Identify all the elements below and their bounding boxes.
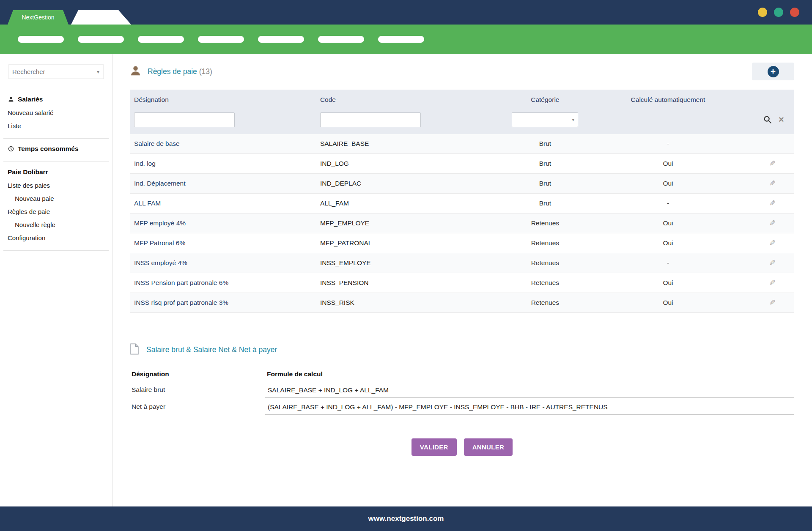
rule-designation-link[interactable]: INSS Pension part patronale 6% xyxy=(130,279,316,287)
search-icon[interactable] xyxy=(763,115,772,124)
rule-auto-calc: - xyxy=(588,200,748,207)
table-row: Ind. logIND_LOGBrutOui✎ xyxy=(130,154,794,174)
rule-designation-link[interactable]: MFP employé 4% xyxy=(130,219,316,227)
designation-filter-input[interactable] xyxy=(134,112,235,127)
secondary-tab[interactable] xyxy=(71,10,131,25)
rule-actions-cell: ✎ xyxy=(748,219,794,228)
menu-pill[interactable] xyxy=(258,36,304,43)
menu-pill[interactable] xyxy=(198,36,244,43)
maximize-button[interactable] xyxy=(774,8,783,17)
menu-pill[interactable] xyxy=(318,36,364,43)
table-row: Salaire de baseSALAIRE_BASEBrut- xyxy=(130,134,794,154)
column-header-designation: Désignation xyxy=(130,96,316,104)
page-title: Règles de paie (13) xyxy=(148,67,212,76)
rule-auto-calc: Oui xyxy=(588,299,748,307)
rules-header: Règles de paie (13) + xyxy=(130,63,794,80)
rule-designation-link[interactable]: Ind. log xyxy=(130,160,316,167)
rule-code: INSS_EMPLOYE xyxy=(316,259,502,267)
column-header-code: Code xyxy=(316,96,502,104)
rule-categorie: Retenues xyxy=(502,219,588,227)
sidebar-item-nouveau-salarie[interactable]: Nouveau salarié xyxy=(3,106,109,119)
close-button[interactable] xyxy=(790,8,799,17)
sidebar-item-temps-consommes[interactable]: Temps consommés xyxy=(3,142,109,156)
formulas-header: Salaire brut & Salaire Net & Net à payer xyxy=(130,343,794,356)
rule-auto-calc: Oui xyxy=(588,160,748,167)
document-icon xyxy=(130,343,139,356)
table-row: Ind. DéplacementIND_DEPLACBrutOui✎ xyxy=(130,174,794,194)
brand-label: NextGestion xyxy=(22,14,54,21)
menu-pill[interactable] xyxy=(78,36,124,43)
valider-button[interactable]: VALIDER xyxy=(411,438,457,456)
sidebar-group-paie-dolibarr: Paie DolibarrListe des paiesNouveau paie… xyxy=(3,162,109,251)
rule-auto-calc: Oui xyxy=(588,219,748,227)
sidebar-header-label: Salariés xyxy=(18,96,43,103)
sidebar-item-salaries[interactable]: Salariés xyxy=(3,93,109,106)
sidebar-item-liste[interactable]: Liste xyxy=(3,119,109,132)
formulas-title: Salaire brut & Salaire Net & Net à payer xyxy=(146,345,277,354)
rule-actions-cell: ✎ xyxy=(748,179,794,188)
edit-icon[interactable]: ✎ xyxy=(769,278,776,287)
rule-code: INSS_RISK xyxy=(316,299,502,307)
edit-icon[interactable]: ✎ xyxy=(769,258,776,268)
edit-icon[interactable]: ✎ xyxy=(769,179,776,188)
rule-categorie: Brut xyxy=(502,200,588,207)
rule-designation-link[interactable]: INSS risq prof part patronale 3% xyxy=(130,299,316,307)
rule-actions-cell: ✎ xyxy=(748,258,794,268)
clear-filter-icon[interactable]: × xyxy=(779,115,784,124)
edit-icon[interactable]: ✎ xyxy=(769,219,776,228)
edit-icon[interactable]: ✎ xyxy=(769,199,776,208)
annuler-button[interactable]: ANNULER xyxy=(464,438,513,456)
clock-icon xyxy=(8,146,14,152)
rule-designation-link[interactable]: ALL FAM xyxy=(130,200,316,207)
menu-pill[interactable] xyxy=(138,36,184,43)
brand-tab[interactable]: NextGestion xyxy=(8,10,69,25)
sidebar-header-label: Temps consommés xyxy=(18,145,79,153)
rule-designation-link[interactable]: INSS employé 4% xyxy=(130,259,316,267)
employee-icon xyxy=(130,65,141,78)
sidebar-item-paie-dolibarr[interactable]: Paie Dolibarr xyxy=(3,165,109,179)
sidebar-item-liste-des-paies[interactable]: Liste des paies xyxy=(3,179,109,192)
main-content: Règles de paie (13) + Désignation Code C… xyxy=(112,54,812,506)
rule-categorie: Retenues xyxy=(502,259,588,267)
rule-code: SALAIRE_BASE xyxy=(316,140,502,148)
minimize-button[interactable] xyxy=(758,8,767,17)
rule-categorie: Retenues xyxy=(502,279,588,287)
table-row: INSS risq prof part patronale 3%INSS_RIS… xyxy=(130,293,794,313)
formula-input-net-a-payer[interactable] xyxy=(265,399,794,415)
formula-column-formule: Formule de calcul xyxy=(265,367,794,382)
top-menu xyxy=(0,25,812,54)
rule-designation-link[interactable]: MFP Patronal 6% xyxy=(130,239,316,247)
rules-table: Désignation Code Catégorie Calculé autom… xyxy=(130,90,794,313)
menu-pill[interactable] xyxy=(18,36,64,43)
footer-link[interactable]: www.nextgestion.com xyxy=(368,515,444,523)
categorie-filter-select[interactable]: ▾ xyxy=(512,112,578,127)
add-rule-button[interactable]: + xyxy=(752,63,794,80)
rule-categorie: Retenues xyxy=(502,299,588,307)
sidebar-item-configuration[interactable]: Configuration xyxy=(3,231,109,244)
sidebar-item-nouvelle-regle[interactable]: Nouvelle règle xyxy=(3,218,109,231)
rule-designation-link[interactable]: Salaire de base xyxy=(130,140,316,148)
sidebar: ▾ SalariésNouveau salariéListeTemps cons… xyxy=(0,54,112,506)
search-input[interactable] xyxy=(9,65,103,79)
form-actions: VALIDER ANNULER xyxy=(130,438,794,456)
main-layout: ▾ SalariésNouveau salariéListeTemps cons… xyxy=(0,54,812,506)
sidebar-item-nouveau-paie[interactable]: Nouveau paie xyxy=(3,192,109,205)
rule-actions-cell: ✎ xyxy=(748,298,794,307)
rule-categorie: Brut xyxy=(502,180,588,187)
sidebar-header-label: Paie Dolibarr xyxy=(8,168,48,176)
sidebar-item-regles-de-paie[interactable]: Règles de paie xyxy=(3,205,109,218)
rule-designation-link[interactable]: Ind. Déplacement xyxy=(130,180,316,187)
user-icon xyxy=(8,96,14,102)
rule-auto-calc: - xyxy=(588,259,748,267)
code-filter-input[interactable] xyxy=(320,112,421,127)
formulas-table-body: Salaire brutNet à payer xyxy=(130,382,794,415)
formula-input-salaire-brut[interactable] xyxy=(265,382,794,398)
sidebar-search: ▾ xyxy=(8,64,104,79)
sidebar-group-temps-consommes: Temps consommés xyxy=(3,139,109,162)
edit-icon[interactable]: ✎ xyxy=(769,238,776,248)
edit-icon[interactable]: ✎ xyxy=(769,298,776,307)
rule-code: MFP_PATRONAL xyxy=(316,239,502,247)
sidebar-group-salaries: SalariésNouveau salariéListe xyxy=(3,89,109,139)
edit-icon[interactable]: ✎ xyxy=(769,159,776,168)
menu-pill[interactable] xyxy=(378,36,424,43)
